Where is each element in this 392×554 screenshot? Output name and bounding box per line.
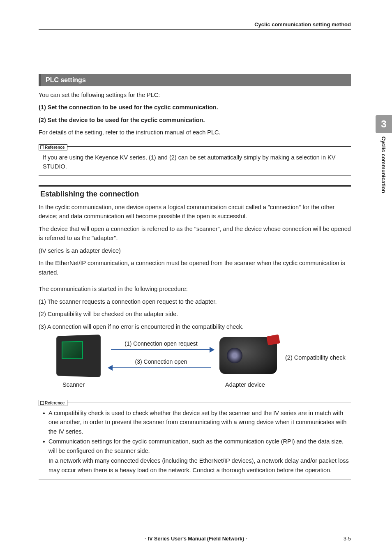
connection-diagram: (1) Connection open request (3) Connecti… <box>55 335 351 393</box>
reference-box-2: Reference A compatibility check is used … <box>39 399 351 480</box>
conn-p5: The communication is started in the foll… <box>39 284 351 293</box>
plc-intro: You can set the following settings for t… <box>39 90 351 99</box>
chapter-title: Cyclic communication <box>376 136 387 193</box>
footer-manual-title: - IV Series User's Manual (Field Network… <box>0 536 392 542</box>
diagram-arrow1-label: (1) Connection open request <box>108 340 214 347</box>
footer-tick-mark <box>356 538 356 544</box>
conn-p4: In the EtherNet/IP communication, a conn… <box>39 259 351 277</box>
diagram-arrow3-label: (3) Connection open <box>108 358 214 365</box>
conn-p3: (IV series is an adapter device) <box>39 246 351 255</box>
reference-label-2: Reference <box>39 400 67 406</box>
conn-step2: (2) Compatibility will be checked on the… <box>39 309 351 319</box>
plc-item-2: (2) Set the device to be used for the cy… <box>39 115 351 125</box>
arrow-right-icon <box>108 348 214 352</box>
reference-label: Reference <box>39 144 67 150</box>
header-rule <box>39 29 351 30</box>
plc-details: For details of the setting, refer to the… <box>39 128 351 137</box>
section-heading-connection: Establishing the connection <box>40 190 351 199</box>
adapter-device-image <box>219 337 277 374</box>
conn-step3: (3) A connection will open if no error i… <box>39 322 351 331</box>
conn-step1: (1) The scanner requests a connection op… <box>39 297 351 306</box>
reference-2-bullet-1: A compatibility check is used to check w… <box>43 409 349 436</box>
conn-p1: In the cyclic communication, one device … <box>39 203 351 221</box>
reference-1-text: If you are using the Keyence KV series, … <box>39 150 351 176</box>
diagram-compat-label: (2) Compatibility check <box>285 354 346 361</box>
reference-box-1: Reference If you are using the Keyence K… <box>39 143 351 176</box>
reference-2-bullet-2: Communication settings for the cyclic co… <box>43 437 349 455</box>
conn-p2: The device that will open a connection i… <box>39 224 351 243</box>
chapter-tab: 3 Cyclic communication <box>376 115 392 193</box>
scanner-device-image <box>56 335 101 377</box>
diagram-adapter-caption: Adapter device <box>225 381 265 388</box>
section-heading-plc: PLC settings <box>39 74 351 86</box>
plc-item-1: (1) Set the connection to be used for th… <box>39 103 351 112</box>
diagram-scanner-caption: Scanner <box>62 381 85 388</box>
reference-2-bullet-2b: In a network with many connected devices… <box>43 456 349 475</box>
chapter-number: 3 <box>376 115 392 133</box>
footer-page-number: 3-5 <box>344 536 351 542</box>
arrow-left-icon <box>108 366 214 370</box>
running-header: Cyclic communication setting method <box>254 21 351 28</box>
